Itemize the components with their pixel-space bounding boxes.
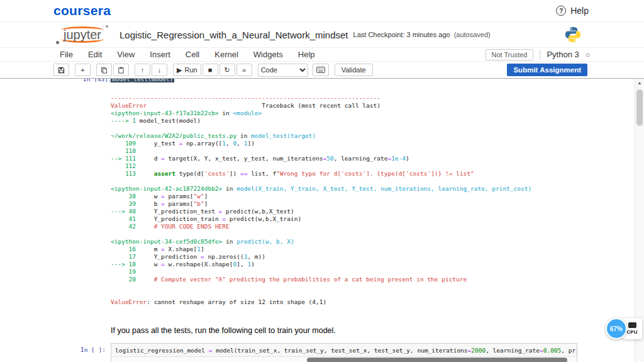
restart-icon: ↻ <box>225 66 230 74</box>
not-trusted-button[interactable]: Not Trusted <box>486 49 534 60</box>
fast-forward-icon: » <box>242 66 246 74</box>
add-cell-button[interactable]: + <box>75 64 91 76</box>
markdown-text: If you pass all the tests, run the follo… <box>111 326 644 335</box>
notebook-title[interactable]: Logistic_Regression_with_a_Neural_Networ… <box>119 30 348 40</box>
restart-kernel-button[interactable]: ↻ <box>219 64 235 76</box>
arrow-up-icon: ↑ <box>141 66 145 74</box>
command-palette-button[interactable] <box>313 64 329 76</box>
arrow-down-icon: ↓ <box>158 66 162 74</box>
save-button[interactable] <box>53 64 69 76</box>
validate-button[interactable]: Validate <box>335 64 373 76</box>
traceback-output: ----------------------------------------… <box>111 94 644 306</box>
cpu-chip-icon <box>628 322 636 328</box>
clipped-cell-code[interactable]: model_test(model) <box>111 79 174 82</box>
copy-cell-button[interactable] <box>96 64 112 76</box>
clipped-cell-top[interactable]: In [43]: model_test(model) <box>0 79 644 85</box>
menu-edit[interactable]: Edit <box>80 50 109 59</box>
checkpoint-status: Last Checkpoint: 3 minutes ago <box>353 31 450 38</box>
jupyter-logo: jupyter <box>55 26 109 43</box>
menu-view[interactable]: View <box>109 50 142 59</box>
memory-percent-badge[interactable]: 67% <box>606 318 627 339</box>
resource-monitor[interactable]: 67% CPU <box>606 318 642 339</box>
cpu-label: CPU <box>627 329 638 335</box>
horizontal-scrollbar[interactable] <box>111 356 577 362</box>
cell-prompt: In [ ]: <box>0 343 111 362</box>
menu-file[interactable]: File <box>52 50 80 59</box>
menu-insert[interactable]: Insert <box>142 50 178 59</box>
vertical-scrollbar-thumb[interactable] <box>636 89 643 126</box>
menu-help[interactable]: Help <box>291 50 323 59</box>
help-icon: ? <box>556 6 566 16</box>
menu-kernel[interactable]: Kernel <box>207 50 246 59</box>
run-label: Run <box>184 66 197 74</box>
notebook-body: In [43]: model_test(model) -------------… <box>0 79 644 362</box>
cell-type-dropdown[interactable]: Code <box>258 64 308 77</box>
jupyter-logo-dot <box>56 41 59 44</box>
run-icon: ▶ <box>177 66 182 74</box>
jupyter-header: jupyter Logistic_Regression_with_a_Neura… <box>0 22 644 48</box>
run-button[interactable]: ▶ Run <box>173 64 201 76</box>
coursera-header: coursera ? Help <box>0 0 644 22</box>
submit-assignment-button[interactable]: Submit Assignment <box>507 64 587 76</box>
python-logo-icon <box>565 26 581 45</box>
code-cell-code[interactable]: logistic_regression_model = model(train_… <box>111 344 577 354</box>
help-button[interactable]: ? Help <box>556 6 589 16</box>
clipped-cell-prompt: In [43]: <box>83 79 112 82</box>
move-cell-up-button[interactable]: ↑ <box>135 64 150 76</box>
notebook-toolbar: + ↑ ↓ ▶ Run ■ ↻ » Code Validate Submit A… <box>0 62 644 79</box>
jupyter-logo-dot <box>106 25 108 28</box>
paste-cell-button[interactable] <box>113 64 129 76</box>
move-cell-down-button[interactable]: ↓ <box>152 64 167 76</box>
autosave-status: (autosaved) <box>454 31 491 38</box>
notebook-menu-bar: File Edit View Insert Cell Kernel Widget… <box>0 48 644 62</box>
menu-cell[interactable]: Cell <box>178 50 207 59</box>
divider <box>540 50 540 60</box>
add-icon: + <box>80 66 84 74</box>
kernel-name: Python 3 <box>547 50 579 59</box>
interrupt-kernel-button[interactable]: ■ <box>203 64 218 76</box>
code-editor[interactable]: logistic_regression_model = model(train_… <box>111 343 577 362</box>
stop-icon: ■ <box>208 66 213 74</box>
kernel-idle-icon: ○ <box>586 50 590 59</box>
save-icon <box>58 67 65 74</box>
paste-icon <box>118 67 125 74</box>
keyboard-icon <box>316 67 325 73</box>
horizontal-scrollbar-thumb[interactable] <box>307 358 567 362</box>
menu-widgets[interactable]: Widgets <box>246 50 291 59</box>
help-label: Help <box>570 6 589 16</box>
code-cell: In [ ]: logistic_regression_model = mode… <box>0 343 644 362</box>
copy-icon <box>101 67 108 74</box>
scroll-up-icon[interactable]: ▲ <box>635 79 644 85</box>
coursera-logo[interactable]: coursera <box>53 3 111 18</box>
restart-run-all-button[interactable]: » <box>236 64 252 76</box>
